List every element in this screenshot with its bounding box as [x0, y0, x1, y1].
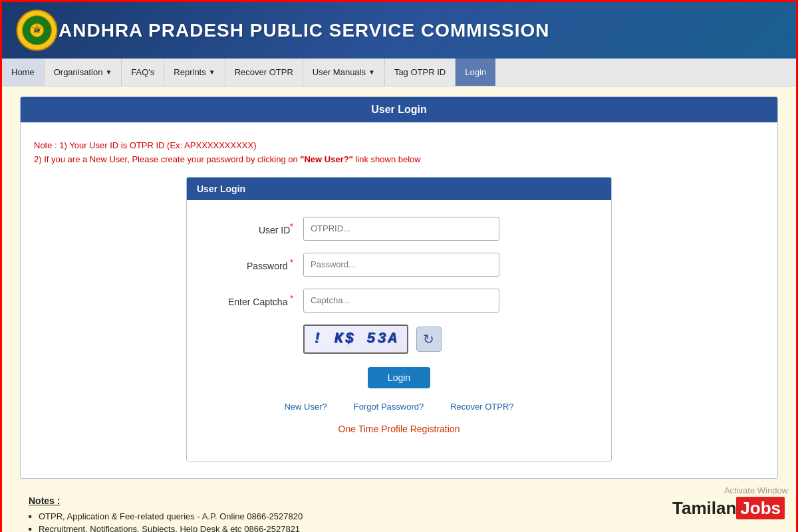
userid-required: * [290, 222, 293, 231]
outer-login-panel-header: User Login [21, 97, 777, 122]
captcha-image-row: ! K$ 53A ↻ [303, 325, 591, 354]
svg-text:AP: AP [34, 29, 41, 33]
note-line2: 2) If you are a New User, Please create … [34, 153, 764, 167]
main-content: User Login Note : 1) Your User ID is OTP… [2, 86, 796, 532]
captcha-input[interactable] [303, 289, 499, 313]
page-header: AP ANDHRA PRADESH PUBLIC SERVICE COMMISS… [2, 2, 796, 59]
reprints-dropdown-arrow: ▼ [209, 68, 215, 76]
captcha-row: Enter Captcha * [207, 289, 591, 313]
userid-label: User ID* [207, 222, 293, 235]
nav-organisation[interactable]: Organisation ▼ [45, 59, 122, 86]
notes-item-1: OTPR, Application & Fee-related queries … [29, 511, 769, 521]
note-line1: Note : 1) Your User ID is OTPR ID (Ex: A… [34, 139, 764, 153]
activate-windows-text: Activate Window [724, 485, 788, 495]
refresh-icon: ↻ [423, 331, 434, 347]
captcha-refresh-button[interactable]: ↻ [416, 327, 442, 352]
nav-home[interactable]: Home [2, 59, 45, 86]
brand-black-text: Tamilan [672, 498, 736, 518]
login-form-box: User Login User ID* Password * [186, 177, 612, 462]
brand-red-text: Jobs [736, 497, 785, 519]
recover-otpr-link[interactable]: Recover OTPR? [450, 402, 513, 412]
login-submit-button[interactable]: Login [368, 367, 430, 388]
userid-row: User ID* [207, 217, 591, 241]
captcha-label: Enter Captcha * [207, 294, 293, 307]
site-title: ANDHRA PRADESH PUBLIC SERVICE COMMISSION [59, 20, 550, 41]
nav-user-manuals[interactable]: User Manuals ▼ [303, 59, 385, 86]
otpr-registration-row: One Time Profile Registration [207, 424, 591, 448]
notes-title: Notes : [29, 495, 769, 506]
form-links-row: New User? Forgot Password? Recover OTPR? [207, 402, 591, 412]
outer-login-panel: User Login Note : 1) Your User ID is OTP… [20, 96, 778, 479]
password-input[interactable] [303, 253, 499, 277]
ap-logo: AP [15, 9, 59, 52]
userid-input[interactable] [303, 217, 499, 241]
password-row: Password * [207, 253, 591, 277]
password-required: * [290, 258, 293, 267]
new-user-link[interactable]: New User? [284, 402, 327, 412]
nav-recover-otpr[interactable]: Recover OTPR [225, 59, 303, 86]
nav-reprints[interactable]: Reprints ▼ [164, 59, 225, 86]
login-form-header: User Login [187, 178, 611, 200]
password-label: Password * [207, 258, 293, 271]
brand-watermark: TamilanJobs [672, 498, 785, 519]
org-dropdown-arrow: ▼ [105, 68, 112, 76]
notes-list: OTPR, Application & Fee-related queries … [29, 511, 769, 532]
otpr-registration-link[interactable]: One Time Profile Registration [338, 424, 460, 434]
captcha-image: ! K$ 53A [303, 325, 408, 354]
login-form-body: User ID* Password * Enter [187, 200, 611, 461]
nav-tag-otpr-id[interactable]: Tag OTPR ID [385, 59, 456, 86]
nav-login[interactable]: Login [456, 59, 495, 86]
usermanuals-dropdown-arrow: ▼ [368, 68, 375, 76]
note-text: Note : 1) Your User ID is OTPR ID (Ex: A… [34, 139, 764, 167]
nav-faqs[interactable]: FAQ's [122, 59, 164, 86]
notes-section: Notes : OTPR, Application & Fee-related … [15, 489, 783, 532]
forgot-password-link[interactable]: Forgot Password? [354, 402, 424, 412]
login-btn-row: Login [207, 367, 591, 388]
main-navbar: Home Organisation ▼ FAQ's Reprints ▼ Rec… [2, 59, 796, 86]
captcha-required: * [290, 294, 293, 303]
notes-item-2: Recruitment, Notifications, Subjects, He… [29, 524, 769, 532]
